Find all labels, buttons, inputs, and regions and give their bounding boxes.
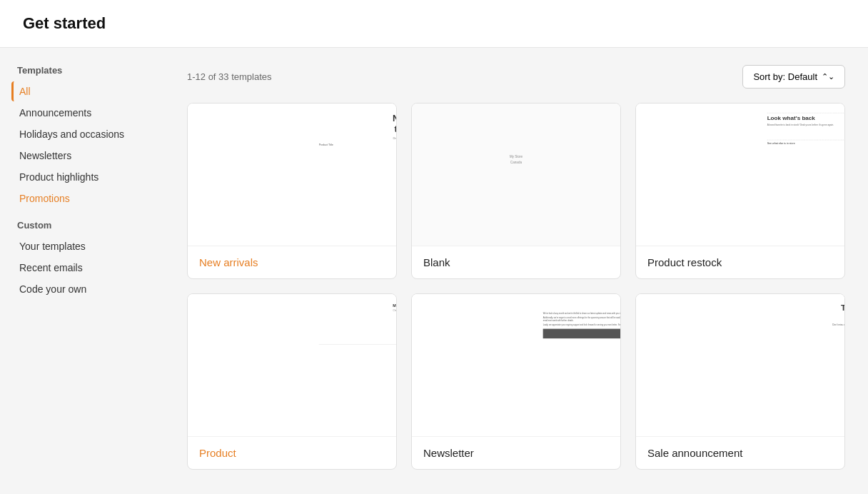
template-preview-product: My Store Meet this month's best seller C… — [188, 294, 396, 437]
template-label-newsletter: Newsletter — [412, 437, 620, 469]
content-header: 1-12 of 33 templates Sort by: Default ⌃⌄ — [187, 65, 845, 89]
page-title: Get started — [23, 14, 845, 33]
template-preview-newsletter: My Store A note from us We've had a busy… — [412, 294, 620, 437]
sidebar-item-promotions[interactable]: Promotions — [11, 188, 153, 208]
template-label-product: Product — [188, 437, 396, 469]
sidebar-item-recent-emails[interactable]: Recent emails — [11, 258, 153, 278]
sidebar-custom-label: Custom — [11, 220, 153, 231]
sort-label: Sort by: Default — [753, 71, 817, 82]
sidebar-item-holidays[interactable]: Holidays and occasions — [11, 124, 153, 144]
template-preview-new-arrivals: My Store New arrivalsthis season Discove… — [188, 104, 396, 246]
sidebar-item-your-templates[interactable]: Your templates — [11, 236, 153, 256]
template-preview-sale-announcement: My Store The seasonalsale is here Don't … — [636, 294, 844, 437]
sidebar-templates-label: Templates — [11, 65, 153, 76]
sort-button[interactable]: Sort by: Default ⌃⌄ — [742, 65, 845, 89]
template-card-new-arrivals[interactable]: My Store New arrivalsthis season Discove… — [187, 103, 397, 279]
template-label-new-arrivals: New arrivals — [188, 246, 396, 278]
template-count: 1-12 of 33 templates — [187, 71, 272, 82]
template-card-product[interactable]: My Store Meet this month's best seller C… — [187, 293, 397, 470]
template-preview-product-restock: My Store Look what's back A brand favori… — [636, 104, 844, 246]
template-card-newsletter[interactable]: My Store A note from us We've had a busy… — [411, 293, 621, 470]
templates-grid: My Store New arrivalsthis season Discove… — [187, 103, 845, 470]
top-bar: Get started — [0, 0, 868, 48]
template-card-blank[interactable]: My Store Canada Blank — [411, 103, 621, 279]
sort-chevron-icon: ⌃⌄ — [822, 72, 834, 81]
sidebar-item-code-your-own[interactable]: Code your own — [11, 279, 153, 299]
template-label-product-restock: Product restock — [636, 246, 844, 278]
sidebar-item-announcements[interactable]: Announcements — [11, 103, 153, 123]
sidebar-item-product-highlights[interactable]: Product highlights — [11, 167, 153, 187]
template-preview-blank: My Store Canada — [412, 104, 620, 246]
template-label-sale-announcement: Sale announcement — [636, 437, 844, 469]
template-label-blank: Blank — [412, 246, 620, 278]
content-area: 1-12 of 33 templates Sort by: Default ⌃⌄… — [164, 48, 868, 492]
sidebar-item-all[interactable]: All — [11, 81, 153, 101]
template-card-product-restock[interactable]: My Store Look what's back A brand favori… — [635, 103, 845, 279]
sidebar: Templates All Announcements Holidays and… — [0, 48, 164, 492]
template-card-sale-announcement[interactable]: My Store The seasonalsale is here Don't … — [635, 293, 845, 470]
main-layout: Templates All Announcements Holidays and… — [0, 48, 868, 492]
sidebar-item-newsletters[interactable]: Newsletters — [11, 146, 153, 166]
